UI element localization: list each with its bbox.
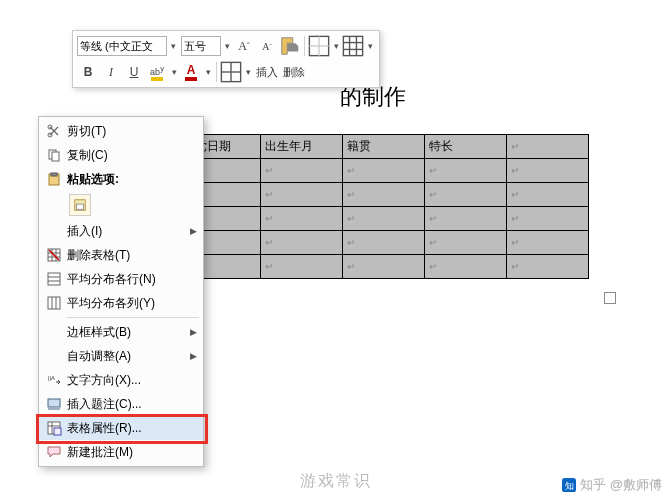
menu-new-comment[interactable]: 新建批注(M) — [39, 440, 203, 464]
submenu-arrow-icon: ▶ — [190, 327, 197, 337]
table-row[interactable]: ↵↵↵↵↵ — [179, 231, 589, 255]
table-row[interactable]: ↵↵↵↵↵ — [179, 207, 589, 231]
th-4[interactable]: 特长 — [425, 135, 507, 159]
menu-border-style-label: 边框样式(B) — [67, 324, 190, 341]
table-row[interactable]: ↵↵↵↵↵ — [179, 255, 589, 279]
menu-insert[interactable]: 插入(I) ▶ — [39, 219, 203, 243]
borders-button[interactable] — [308, 35, 330, 57]
caption-icon — [43, 394, 65, 414]
menu-delete-table-label: 删除表格(T) — [67, 247, 197, 264]
paste-icon — [43, 169, 65, 189]
shrink-font-button[interactable]: Aˇ — [256, 35, 278, 57]
menu-copy-label: 复制(C) — [67, 147, 197, 164]
menu-autofit-label: 自动调整(A) — [67, 348, 190, 365]
shading-dropdown-icon[interactable]: ▾ — [243, 67, 253, 77]
highlight-button[interactable]: aby — [146, 61, 168, 83]
props-icon — [43, 418, 65, 438]
paste-options-row — [39, 191, 203, 219]
font-color-button[interactable]: A — [180, 61, 202, 83]
svg-rect-14 — [52, 152, 59, 161]
svg-rect-32 — [48, 399, 60, 407]
comment-icon — [43, 442, 65, 462]
th-2[interactable]: 出生年月 — [261, 135, 343, 159]
svg-rect-25 — [48, 273, 60, 285]
th-5[interactable]: ↵ — [507, 135, 589, 159]
text-direction-icon: ||A — [43, 370, 65, 390]
font-name-selector[interactable]: 等线 (中文正文 — [77, 36, 167, 56]
shading-button[interactable] — [220, 61, 242, 83]
menu-distribute-cols[interactable]: 平均分布各列(Y) — [39, 291, 203, 315]
svg-rect-37 — [54, 428, 61, 435]
svg-rect-3 — [343, 36, 362, 55]
svg-rect-16 — [51, 173, 57, 176]
svg-text:||A: ||A — [48, 375, 55, 381]
menu-insert-caption-label: 插入题注(C)... — [67, 396, 197, 413]
menu-text-direction-label: 文字方向(X)... — [67, 372, 197, 389]
paste-option-1[interactable] — [69, 194, 91, 216]
menu-distribute-cols-label: 平均分布各列(Y) — [67, 295, 197, 312]
menu-copy[interactable]: 复制(C) — [39, 143, 203, 167]
svg-rect-28 — [48, 297, 60, 309]
blank-icon — [43, 221, 65, 241]
font-color-dropdown-icon[interactable]: ▾ — [203, 67, 213, 77]
menu-insert-label: 插入(I) — [67, 223, 190, 240]
svg-line-24 — [49, 250, 59, 260]
blank-icon — [43, 322, 65, 342]
cut-icon — [43, 121, 65, 141]
page-break-marker — [604, 292, 616, 304]
delete-label[interactable]: 删除 — [281, 65, 307, 80]
menu-cut[interactable]: 剪切(T) — [39, 119, 203, 143]
delete-table-icon — [43, 245, 65, 265]
submenu-arrow-icon: ▶ — [190, 351, 197, 361]
table-row[interactable]: ↵↵↵↵↵ — [179, 159, 589, 183]
table-grid-button[interactable] — [342, 35, 364, 57]
menu-autofit[interactable]: 自动调整(A) ▶ — [39, 344, 203, 368]
menu-separator — [67, 317, 199, 318]
svg-text:知: 知 — [565, 481, 574, 491]
th-3[interactable]: 籍贯 — [343, 135, 425, 159]
menu-paste-options-label: 粘贴选项: — [67, 171, 197, 188]
font-name-dropdown-icon[interactable]: ▾ — [168, 41, 178, 51]
watermark-center: 游戏常识 — [300, 471, 372, 492]
grow-font-button[interactable]: Aˆ — [233, 35, 255, 57]
menu-insert-caption[interactable]: 插入题注(C)... — [39, 392, 203, 416]
menu-distribute-rows-label: 平均分布各行(N) — [67, 271, 197, 288]
zhihu-icon: 知 — [562, 478, 576, 492]
format-painter-button[interactable] — [279, 35, 301, 57]
menu-text-direction[interactable]: ||A 文字方向(X)... — [39, 368, 203, 392]
menu-table-properties-label: 表格属性(R)... — [67, 420, 197, 437]
menu-distribute-rows[interactable]: 平均分布各行(N) — [39, 267, 203, 291]
menu-table-properties[interactable]: 表格属性(R)... — [39, 416, 203, 440]
table-grid-dropdown-icon[interactable]: ▾ — [365, 41, 375, 51]
font-size-selector[interactable]: 五号 — [181, 36, 221, 56]
italic-button[interactable]: I — [100, 61, 122, 83]
svg-rect-18 — [77, 204, 84, 209]
copy-icon — [43, 145, 65, 165]
menu-delete-table[interactable]: 删除表格(T) — [39, 243, 203, 267]
table-header-row: 入党日期 出生年月 籍贯 特长 ↵ — [179, 135, 589, 159]
menu-paste-options: 粘贴选项: — [39, 167, 203, 191]
bold-button[interactable]: B — [77, 61, 99, 83]
watermark-bottom-right: 知 知乎 @敷师傅 — [562, 476, 662, 494]
insert-label[interactable]: 插入 — [254, 65, 280, 80]
blank-icon — [43, 346, 65, 366]
distribute-cols-icon — [43, 293, 65, 313]
highlight-dropdown-icon[interactable]: ▾ — [169, 67, 179, 77]
context-menu: 剪切(T) 复制(C) 粘贴选项: 插入(I) ▶ 删除表格(T) 平均分布各行… — [38, 116, 204, 467]
borders-dropdown-icon[interactable]: ▾ — [331, 41, 341, 51]
mini-toolbar: 等线 (中文正文 ▾ 五号 ▾ Aˆ Aˇ ▾ ▾ B I U aby ▾ — [72, 30, 380, 88]
underline-button[interactable]: U — [123, 61, 145, 83]
menu-new-comment-label: 新建批注(M) — [67, 444, 197, 461]
distribute-rows-icon — [43, 269, 65, 289]
menu-cut-label: 剪切(T) — [67, 123, 197, 140]
font-size-dropdown-icon[interactable]: ▾ — [222, 41, 232, 51]
table-row[interactable]: ↵↵↵↵↵ — [179, 183, 589, 207]
data-table[interactable]: 入党日期 出生年月 籍贯 特长 ↵ ↵↵↵↵↵ ↵↵↵↵↵ ↵↵↵↵↵ ↵↵↵↵… — [178, 134, 589, 279]
submenu-arrow-icon: ▶ — [190, 226, 197, 236]
menu-border-style[interactable]: 边框样式(B) ▶ — [39, 320, 203, 344]
